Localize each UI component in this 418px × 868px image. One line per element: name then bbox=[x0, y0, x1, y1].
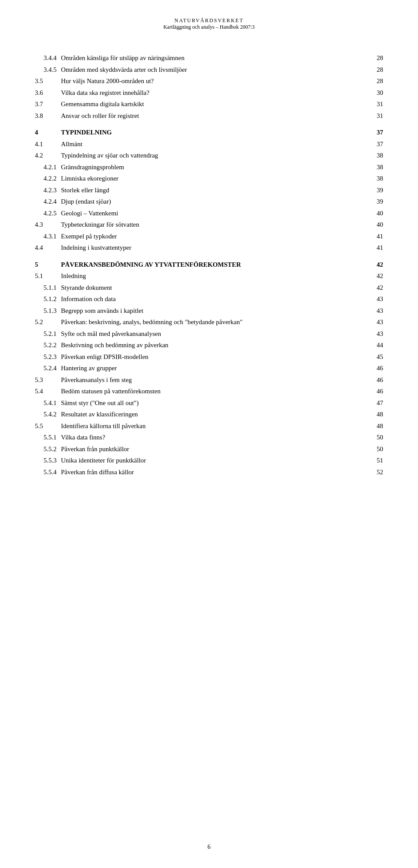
toc-number: 5 bbox=[35, 259, 61, 271]
toc-title: Djup (endast sjöar) bbox=[61, 196, 366, 208]
list-item: 5.4.2Resultatet av klassificeringen48 bbox=[35, 409, 383, 420]
toc-title: Bedöm statusen på vattenförekomsten bbox=[61, 385, 366, 397]
list-item: 4TYPINDELNING37 bbox=[35, 127, 383, 138]
list-item: 3.6Vilka data ska registret innehålla?30 bbox=[35, 87, 383, 99]
toc-title: Påverkan från punktkällor bbox=[61, 443, 366, 455]
toc-number: 5.2.1 bbox=[35, 328, 61, 340]
list-item: 5.5Identifiera källorna till påverkan48 bbox=[35, 420, 383, 432]
toc-page-number: 44 bbox=[366, 339, 383, 351]
list-item: 5.1.3Begrepp som används i kapitlet43 bbox=[35, 305, 383, 317]
list-item: 5.2.4Hantering av grupper46 bbox=[35, 362, 383, 374]
toc-page-number: 41 bbox=[366, 242, 383, 254]
toc-page-number: 39 bbox=[366, 196, 383, 208]
toc-number: 4 bbox=[35, 127, 61, 138]
page-number: 6 bbox=[208, 844, 211, 850]
toc-title: TYPINDELNING bbox=[61, 127, 366, 138]
toc-number: 5.5.4 bbox=[35, 466, 61, 478]
toc-table: 3.4.4Områden känsliga för utsläpp av när… bbox=[35, 52, 383, 478]
page-header: NATURVÅRDSVERKET Kartläggning och analys… bbox=[35, 17, 383, 30]
list-item: 5.2.3Påverkan enligt DPSIR-modellen45 bbox=[35, 351, 383, 363]
toc-title: Information och data bbox=[61, 293, 366, 305]
toc-title: Identifiera källorna till påverkan bbox=[61, 420, 366, 432]
toc-number: 4.2 bbox=[35, 150, 61, 161]
list-item: 5.5.3Unika identiteter för punktkällor51 bbox=[35, 455, 383, 466]
list-item: 5.5.2Påverkan från punktkällor50 bbox=[35, 443, 383, 455]
toc-title: Exempel på typkoder bbox=[61, 231, 366, 242]
list-item: 3.8Ansvar och roller för registret31 bbox=[35, 110, 383, 122]
list-item: 5PÅVERKANSBEDÖMNING AV YTVATTENFÖREKOMST… bbox=[35, 259, 383, 271]
toc-number: 4.3 bbox=[35, 219, 61, 231]
toc-number: 5.1.2 bbox=[35, 293, 61, 305]
toc-title: Geologi – Vattenkemi bbox=[61, 208, 366, 219]
toc-title: Gemensamma digitala kartskikt bbox=[61, 98, 366, 110]
list-item: 5.2.1Syfte och mål med påverkansanalysen… bbox=[35, 328, 383, 340]
header-subtitle: Kartläggning och analys – Handbok 2007:3 bbox=[35, 24, 383, 30]
toc-page-number: 42 bbox=[366, 259, 383, 271]
toc-number: 4.3.1 bbox=[35, 231, 61, 242]
toc-number: 5.2.4 bbox=[35, 362, 61, 374]
toc-page-number: 43 bbox=[366, 316, 383, 328]
toc-page-number: 38 bbox=[366, 173, 383, 184]
toc-page-number: 51 bbox=[366, 455, 383, 466]
toc-number: 5.1.1 bbox=[35, 282, 61, 294]
list-item: 5.3Påverkansanalys i fem steg46 bbox=[35, 374, 383, 386]
list-item: 4.2.3Storlek eller längd39 bbox=[35, 184, 383, 196]
toc-page-number: 28 bbox=[366, 75, 383, 87]
list-item: 4.1Allmänt37 bbox=[35, 138, 383, 150]
toc-title: Påverkan: beskrivning, analys, bedömning… bbox=[61, 316, 366, 328]
toc-title: Typbeteckningar för sötvatten bbox=[61, 219, 366, 231]
list-item: 4.2.5Geologi – Vattenkemi40 bbox=[35, 208, 383, 219]
toc-number: 3.6 bbox=[35, 87, 61, 99]
list-item: 5.4Bedöm statusen på vattenförekomsten46 bbox=[35, 385, 383, 397]
toc-page-number: 47 bbox=[366, 397, 383, 409]
toc-number: 5.2 bbox=[35, 316, 61, 328]
toc-title: PÅVERKANSBEDÖMNING AV YTVATTENFÖREKOMSTE… bbox=[61, 259, 366, 271]
toc-number: 3.4.5 bbox=[35, 64, 61, 76]
toc-number: 5.2.3 bbox=[35, 351, 61, 363]
list-item: 5.2.2Beskrivning och bedömning av påverk… bbox=[35, 339, 383, 351]
toc-title: Storlek eller längd bbox=[61, 184, 366, 196]
toc-number: 4.2.2 bbox=[35, 173, 61, 184]
toc-page-number: 43 bbox=[366, 328, 383, 340]
toc-title: Allmänt bbox=[61, 138, 366, 150]
toc-number: 4.2.1 bbox=[35, 161, 61, 173]
toc-page-number: 37 bbox=[366, 127, 383, 138]
list-item: 4.2.1Gränsdragningsproblem38 bbox=[35, 161, 383, 173]
toc-title: Sämst styr ("One out all out") bbox=[61, 397, 366, 409]
toc-number: 5.5.1 bbox=[35, 432, 61, 443]
toc-title: Limniska ekoregioner bbox=[61, 173, 366, 184]
toc-number: 5.1.3 bbox=[35, 305, 61, 317]
toc-page-number: 42 bbox=[366, 282, 383, 294]
toc-title: Områden med skyddsvärda arter och livsmi… bbox=[61, 64, 366, 76]
toc-page-number: 38 bbox=[366, 161, 383, 173]
toc-page-number: 40 bbox=[366, 219, 383, 231]
toc-page-number: 52 bbox=[366, 466, 383, 478]
toc-title: Hur väljs Natura 2000-områden ut? bbox=[61, 75, 366, 87]
list-item: 4.2Typindelning av sjöar och vattendrag3… bbox=[35, 150, 383, 161]
toc-title: Typindelning av sjöar och vattendrag bbox=[61, 150, 366, 161]
toc-number: 5.4.1 bbox=[35, 397, 61, 409]
toc-page-number: 43 bbox=[366, 293, 383, 305]
list-item: 4.4Indelning i kustvattentyper41 bbox=[35, 242, 383, 254]
toc-title: Indelning i kustvattentyper bbox=[61, 242, 366, 254]
toc-page-number: 45 bbox=[366, 351, 383, 363]
toc-title: Vilka data finns? bbox=[61, 432, 366, 443]
toc-number: 5.1 bbox=[35, 270, 61, 282]
toc-title: Styrande dokument bbox=[61, 282, 366, 294]
toc-page-number: 48 bbox=[366, 409, 383, 420]
toc-title: Gränsdragningsproblem bbox=[61, 161, 366, 173]
toc-number: 5.4 bbox=[35, 385, 61, 397]
toc-title: Påverkan enligt DPSIR-modellen bbox=[61, 351, 366, 363]
list-item: 5.4.1Sämst styr ("One out all out")47 bbox=[35, 397, 383, 409]
list-item: 5.1Inledning42 bbox=[35, 270, 383, 282]
toc-title: Påverkan från diffusa källor bbox=[61, 466, 366, 478]
toc-number: 4.2.4 bbox=[35, 196, 61, 208]
toc-page-number: 30 bbox=[366, 87, 383, 99]
toc-page-number: 38 bbox=[366, 150, 383, 161]
toc-number: 5.5.3 bbox=[35, 455, 61, 466]
list-item: 4.3Typbeteckningar för sötvatten40 bbox=[35, 219, 383, 231]
toc-title: Beskrivning och bedömning av påverkan bbox=[61, 339, 366, 351]
list-item: 3.7Gemensamma digitala kartskikt31 bbox=[35, 98, 383, 110]
toc-number: 5.3 bbox=[35, 374, 61, 386]
toc-page-number: 48 bbox=[366, 420, 383, 432]
